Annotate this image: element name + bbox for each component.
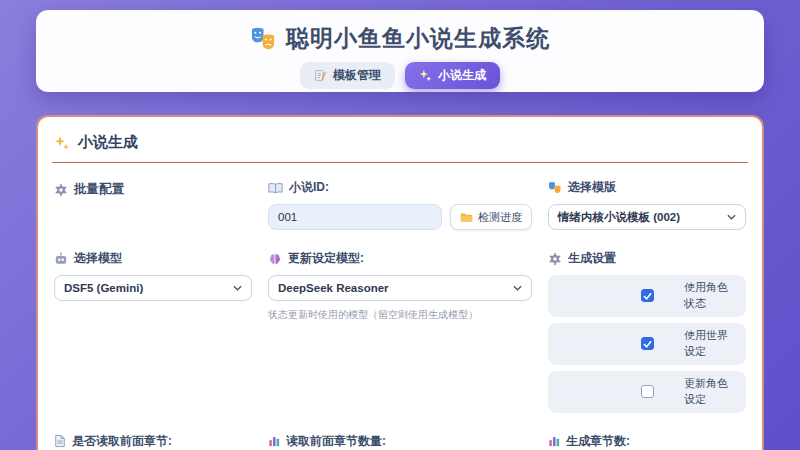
field-template: 选择模版 情绪内核小说模板 (002): [548, 179, 746, 230]
novel-id-label-row: 小说ID:: [268, 179, 532, 196]
update-model-select[interactable]: DeepSeek Reasoner: [268, 275, 532, 301]
check-progress-button[interactable]: 检测进度: [450, 204, 532, 230]
field-generation-settings: 生成设置 使用角色状态 使用世界设定: [548, 250, 746, 413]
title-row: 聪明小鱼鱼小说生成系统: [250, 23, 550, 54]
theater-masks-icon: [548, 181, 562, 194]
gear-icon: [54, 183, 68, 197]
novel-generation-panel: 小说生成 批量配置: [36, 115, 764, 450]
previous-count-label: 读取前面章节数量:: [286, 433, 386, 450]
template-label-row: 选择模版: [548, 179, 746, 196]
tabs: 模板管理 小说生成: [300, 62, 500, 89]
subsection-title: 批量配置: [74, 181, 124, 198]
section-header: 小说生成: [52, 129, 748, 152]
chevron-down-icon: [513, 285, 522, 291]
chevron-down-icon: [727, 214, 736, 220]
brain-icon: [268, 253, 282, 265]
section-title: 小说生成: [78, 133, 138, 152]
setting-row-update-character-setting: 更新角色设定: [548, 371, 746, 413]
model-label-row: 选择模型: [54, 250, 252, 267]
generation-settings-list: 使用角色状态 使用世界设定 更新角色设定: [548, 275, 746, 413]
memo-pencil-icon: [314, 69, 327, 82]
robot-icon: [54, 252, 68, 265]
header-card: 聪明小鱼鱼小说生成系统 模板管理 小说生成: [36, 10, 764, 92]
bar-chart-icon: [268, 435, 280, 447]
field-previous-count: 读取前面章节数量:: [268, 433, 532, 450]
field-novel-id: 小说ID: 检测进度: [268, 179, 532, 230]
tab-label: 小说生成: [438, 67, 486, 84]
field-read-previous: 是否读取前面章节: 使用前面章节: [54, 433, 252, 450]
model-select-value: DSF5 (Gemini): [64, 282, 143, 294]
update-model-help: 状态更新时使用的模型（留空则使用生成模型）: [268, 308, 532, 322]
read-previous-label-row: 是否读取前面章节:: [54, 433, 252, 450]
chapter-count-label-row: 生成章节数:: [548, 433, 746, 450]
sparkles-icon: [54, 135, 70, 151]
checkbox-label: 更新角色设定: [684, 376, 736, 408]
model-label: 选择模型: [74, 250, 122, 267]
section-divider: [52, 162, 748, 163]
update-character-setting-checkbox[interactable]: [641, 385, 654, 398]
novel-id-label: 小说ID:: [289, 179, 329, 196]
book-icon: [268, 182, 283, 194]
folder-icon: [460, 212, 473, 223]
template-select-value: 情绪内核小说模板 (002): [558, 210, 680, 225]
checkbox-label: 使用世界设定: [684, 328, 736, 360]
subsection-header: 批量配置: [54, 179, 252, 198]
novel-id-row: 检测进度: [268, 204, 532, 230]
model-select[interactable]: DSF5 (Gemini): [54, 275, 252, 301]
field-update-model: 更新设定模型: DeepSeek Reasoner 状态更新时使用的模型（留空则…: [268, 250, 532, 413]
read-previous-label: 是否读取前面章节:: [72, 433, 172, 450]
bar-chart-icon: [548, 435, 560, 447]
field-chapter-count: 生成章节数:: [548, 433, 746, 450]
checkbox-label: 使用角色状态: [684, 280, 736, 312]
tab-template-management[interactable]: 模板管理: [300, 62, 395, 89]
update-model-label: 更新设定模型:: [288, 250, 364, 267]
gear-icon: [548, 252, 562, 266]
subsection-cell: 批量配置: [54, 179, 252, 230]
novel-id-input[interactable]: [268, 204, 442, 230]
use-character-state-checkbox[interactable]: [641, 289, 654, 302]
theater-masks-icon: [250, 26, 277, 51]
check-progress-label: 检测进度: [478, 210, 522, 225]
previous-count-label-row: 读取前面章节数量:: [268, 433, 532, 450]
setting-row-use-world-setting: 使用世界设定: [548, 323, 746, 365]
template-label: 选择模版: [568, 179, 616, 196]
update-model-label-row: 更新设定模型:: [268, 250, 532, 267]
tab-label: 模板管理: [333, 67, 381, 84]
field-model: 选择模型 DSF5 (Gemini): [54, 250, 252, 413]
setting-row-use-character-state: 使用角色状态: [548, 275, 746, 317]
update-model-select-value: DeepSeek Reasoner: [278, 282, 389, 294]
page-icon: [54, 434, 66, 448]
template-select[interactable]: 情绪内核小说模板 (002): [548, 204, 746, 230]
chapter-count-label: 生成章节数:: [566, 433, 630, 450]
sparkles-icon: [419, 69, 432, 82]
generation-settings-header: 生成设置: [548, 250, 746, 267]
use-world-setting-checkbox[interactable]: [641, 337, 654, 350]
page-title: 聪明小鱼鱼小说生成系统: [286, 23, 550, 54]
generation-settings-title: 生成设置: [568, 250, 616, 267]
batch-config-grid: 批量配置 小说ID:: [52, 179, 748, 450]
chevron-down-icon: [233, 285, 242, 291]
tab-novel-generation[interactable]: 小说生成: [405, 62, 500, 89]
